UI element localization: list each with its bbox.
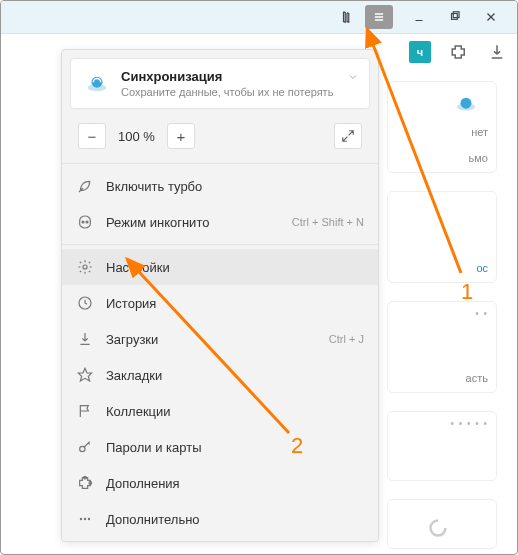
download-icon [76,330,94,348]
svg-point-12 [82,221,84,223]
clock-icon [76,294,94,312]
menu-label: Коллекции [106,404,364,419]
svg-rect-5 [453,12,459,18]
zoom-controls: − 100 % + [70,117,370,155]
active-tab-tile[interactable]: ч [409,41,431,63]
zoom-out-button[interactable]: − [78,123,106,149]
svg-marker-16 [78,368,91,381]
divider [62,163,378,164]
zoom-in-button[interactable]: + [167,123,195,149]
menu-label: Дополнительно [106,512,364,527]
downloads-icon[interactable] [487,42,507,62]
menu-item-turbo[interactable]: Включить турбо [62,168,378,204]
puzzle-icon [76,474,94,492]
shortcut-label: Ctrl + J [329,333,364,345]
dots-icon: • • [475,308,488,319]
svg-point-21 [84,518,86,520]
shortcut-label: Ctrl + Shift + N [292,216,364,228]
menu-label: Пароли и карты [106,440,364,455]
sync-title: Синхронизация [121,69,333,84]
svg-point-20 [80,518,82,520]
loading-icon [428,518,448,540]
speed-dial-tile[interactable]: • • • • • [387,411,497,481]
sync-subtitle: Сохраните данные, чтобы их не потерять [121,86,333,98]
svg-point-17 [80,446,85,451]
star-icon [76,366,94,384]
globe-icon [452,94,480,118]
main-menu-dropdown: Синхронизация Сохраните данные, чтобы их… [61,49,379,542]
menu-label: Загрузки [106,332,317,347]
dots-icon: • • • • • [450,418,488,429]
menu-item-more[interactable]: Дополнительно [62,501,378,537]
divider [62,244,378,245]
dots-icon [76,510,94,528]
sync-icon [83,73,111,95]
tile-label: ос [476,262,488,274]
menu-item-settings[interactable]: Настройки [62,249,378,285]
key-icon [76,438,94,456]
window-titlebar [1,1,517,33]
annotation-number-2: 2 [291,433,303,459]
menu-item-bookmarks[interactable]: Закладки [62,357,378,393]
flag-icon [76,402,94,420]
speed-dial-tile[interactable]: ос [387,191,497,283]
tile-label: нет [471,126,488,138]
close-button[interactable] [473,3,509,31]
gear-icon [76,258,94,276]
maximize-button[interactable] [437,3,473,31]
speed-dial-tile[interactable] [387,499,497,549]
chevron-down-icon [347,69,359,87]
incognito-icon [76,213,94,231]
sync-text: Синхронизация Сохраните данные, чтобы их… [121,69,333,98]
menu-item-history[interactable]: История [62,285,378,321]
extensions-icon[interactable] [449,42,469,62]
menu-item-downloads[interactable]: Загрузки Ctrl + J [62,321,378,357]
menu-label: Закладки [106,368,364,383]
menu-label: История [106,296,364,311]
menu-item-addons[interactable]: Дополнения [62,465,378,501]
menu-item-incognito[interactable]: Режим инкогнито Ctrl + Shift + N [62,204,378,240]
menu-label: Включить турбо [106,179,364,194]
speed-dial-tile[interactable]: • • асть [387,301,497,393]
menu-label: Дополнения [106,476,364,491]
rocket-icon [76,177,94,195]
zoom-value: 100 % [114,129,159,144]
menu-item-collections[interactable]: Коллекции [62,393,378,429]
annotation-number-1: 1 [461,279,473,305]
menu-item-passwords[interactable]: Пароли и карты [62,429,378,465]
svg-point-14 [83,265,87,269]
hamburger-menu-button[interactable] [365,5,393,29]
tile-label: асть [466,372,488,384]
tile-label: ьмо [469,152,488,164]
menu-label: Режим инкогнито [106,215,280,230]
svg-point-9 [461,98,472,109]
speed-dial-tile[interactable]: нет ьмо [387,81,497,173]
speed-dial-tiles: нет ьмо ос • • асть • • • • • [387,81,497,549]
svg-rect-4 [452,14,458,20]
svg-point-13 [86,221,88,223]
library-icon[interactable] [329,3,365,31]
svg-point-22 [88,518,90,520]
sync-card[interactable]: Синхронизация Сохраните данные, чтобы их… [70,58,370,109]
minimize-button[interactable] [401,3,437,31]
fullscreen-button[interactable] [334,123,362,149]
menu-label: Настройки [106,260,364,275]
